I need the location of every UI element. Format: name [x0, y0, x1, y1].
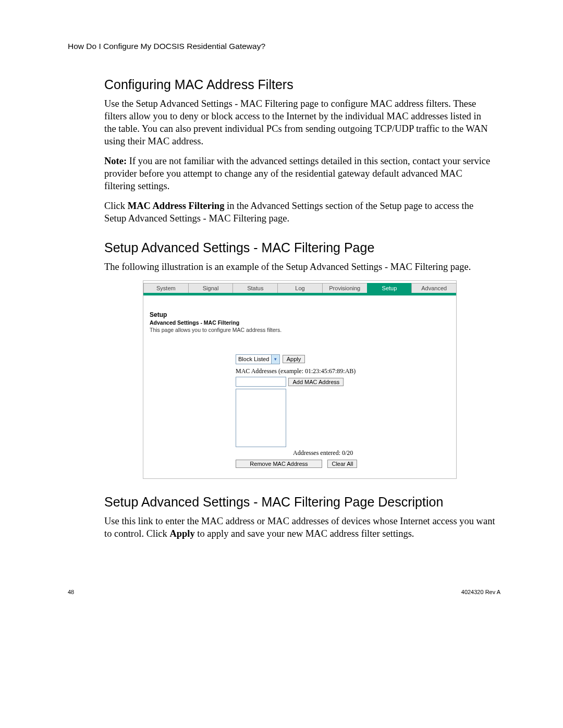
ss-section-title: Setup [150, 311, 456, 318]
mac-addresses-label: MAC Addresses (example: 01:23:45:67:89:A… [236, 367, 456, 375]
heading-description: Setup Advanced Settings - MAC Filtering … [104, 495, 495, 510]
tab-provisioning[interactable]: Provisioning [322, 283, 368, 293]
addresses-entered-text: Addresses entered: 0/20 [293, 449, 456, 457]
illustration-screenshot: System Signal Status Log Provisioning Se… [143, 280, 457, 479]
block-listed-select[interactable]: Block Listed▾ [236, 354, 280, 364]
mac-address-listbox[interactable] [236, 389, 286, 447]
note-label: Note: [104, 156, 127, 166]
add-mac-button[interactable]: Add MAC Address [288, 378, 344, 386]
para-description: Use this link to enter the MAC address o… [104, 515, 495, 540]
para-illustration: The following illustration is an example… [104, 261, 495, 273]
desc-text-bold: Apply [169, 528, 194, 539]
tab-setup[interactable]: Setup [367, 283, 412, 293]
desc-text-b: to apply and save your new MAC address f… [195, 528, 414, 539]
select-value: Block Listed [236, 356, 271, 362]
para-click: Click MAC Address Filtering in the Advan… [104, 200, 495, 225]
para-note: Note: If you are not familiar with the a… [104, 155, 495, 192]
tab-signal[interactable]: Signal [188, 283, 234, 293]
tab-status[interactable]: Status [232, 283, 278, 293]
ss-subsection-title: Advanced Settings - MAC Filtering [150, 319, 456, 326]
page-header: How Do I Configure My DOCSIS Residential… [68, 42, 500, 51]
clear-all-button[interactable]: Clear All [327, 460, 357, 468]
tabs-row: System Signal Status Log Provisioning Se… [143, 281, 456, 293]
page-number: 48 [68, 589, 74, 595]
click-text-bold: MAC Address Filtering [128, 201, 225, 211]
remove-mac-button[interactable]: Remove MAC Address [236, 460, 322, 468]
ss-description: This page allows you to configure MAC ad… [150, 327, 456, 333]
chevron-down-icon: ▾ [271, 355, 279, 364]
heading-mac-filtering-page: Setup Advanced Settings - MAC Filtering … [104, 240, 495, 255]
tab-log[interactable]: Log [277, 283, 323, 293]
note-text: If you are not familiar with the advance… [104, 156, 490, 191]
mac-address-input[interactable] [236, 377, 286, 387]
doc-id: 4024320 Rev A [461, 589, 500, 595]
para-intro: Use the Setup Advanced Settings - MAC Fi… [104, 97, 495, 147]
tab-advanced[interactable]: Advanced [411, 283, 457, 293]
apply-button[interactable]: Apply [283, 355, 305, 363]
click-text-a: Click [104, 201, 128, 211]
tab-system[interactable]: System [143, 283, 189, 293]
heading-configuring-mac: Configuring MAC Address Filters [104, 77, 495, 92]
